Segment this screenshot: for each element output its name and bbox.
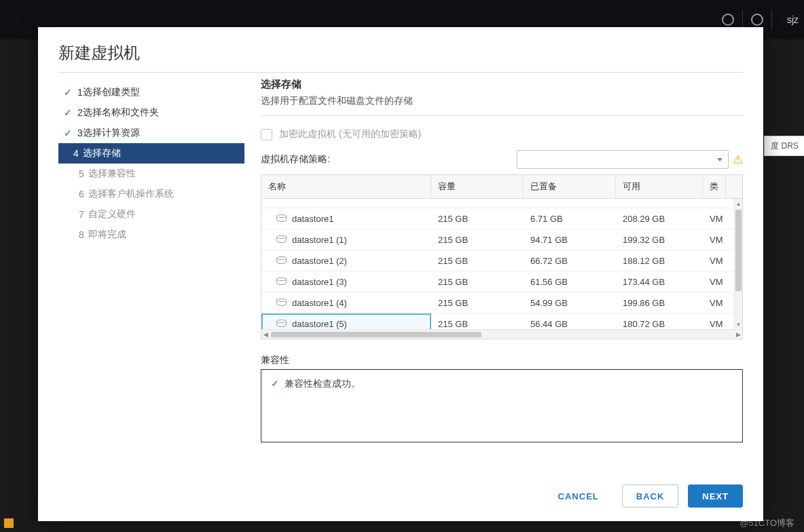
wizard-content: 选择存储 选择用于配置文件和磁盘文件的存储 加密此虚拟机 (无可用的加密策略) … <box>244 78 743 471</box>
step-number: 4 <box>73 148 79 159</box>
cell-provisioned: 61.56 GB <box>524 271 616 292</box>
scroll-up-arrow-icon[interactable]: ▲ <box>735 200 742 207</box>
datastore-name: datastore1 (1) <box>292 235 347 245</box>
cell-type: VM <box>703 229 726 250</box>
wizard-step-1[interactable]: ✓1 选择创建类型 <box>58 82 244 102</box>
storage-policy-label: 虚拟机存储策略: <box>261 153 330 166</box>
step-label: 选择客户机操作系统 <box>88 188 174 200</box>
horizontal-scrollbar[interactable]: ◀ ▶ <box>261 329 742 339</box>
table-row[interactable] <box>261 199 742 208</box>
cell-type: VM <box>703 250 726 271</box>
cell-free: 188.12 GB <box>616 250 703 271</box>
scroll-down-arrow-icon[interactable]: ▼ <box>735 321 742 328</box>
wizard-step-2[interactable]: ✓2 选择名称和文件夹 <box>58 102 244 123</box>
col-provisioned[interactable]: 已置备 <box>524 175 616 198</box>
next-button[interactable]: NEXT <box>688 484 743 508</box>
wizard-step-8: 8即将完成 <box>58 225 244 245</box>
cell-free: 208.29 GB <box>616 208 703 229</box>
cell-provisioned: 56.44 GB <box>524 314 616 330</box>
cell-free: 173.44 GB <box>616 271 703 292</box>
wizard-step-4[interactable]: 4选择存储 <box>58 143 244 164</box>
background-tab[interactable]: 度 DRS <box>764 136 804 156</box>
cell-type: VM <box>703 208 726 229</box>
user-label[interactable]: sjz <box>780 14 799 25</box>
wizard-footer: CANCEL BACK NEXT <box>58 471 743 508</box>
datastore-icon <box>276 214 287 223</box>
help-icon[interactable] <box>751 14 763 26</box>
cell-capacity: 215 GB <box>431 314 524 330</box>
datastore-name: datastore1 (3) <box>292 277 347 287</box>
wizard-step-3[interactable]: ✓3 选择计算资源 <box>58 123 244 143</box>
step-number: 3 <box>77 128 83 138</box>
cell-provisioned: 6.71 GB <box>524 208 616 229</box>
col-type[interactable]: 类 <box>703 175 726 198</box>
table-row[interactable]: datastore1215 GB6.71 GB208.29 GBVM <box>261 208 742 229</box>
step-label: 选择创建类型 <box>83 86 140 98</box>
wizard-steps-nav: ✓1 选择创建类型✓2 选择名称和文件夹✓3 选择计算资源4选择存储5选择兼容性… <box>58 78 244 471</box>
cell-type: VM <box>703 271 726 292</box>
status-indicator <box>4 518 14 528</box>
back-button[interactable]: BACK <box>622 484 679 508</box>
col-name[interactable]: 名称 <box>261 175 431 198</box>
check-icon: ✓ <box>64 107 72 118</box>
modal-title: 新建虚拟机 <box>58 42 743 73</box>
table-row[interactable]: datastore1 (4)215 GB54.99 GB199.86 GBVM <box>261 292 742 314</box>
scroll-right-arrow-icon[interactable]: ▶ <box>734 331 742 338</box>
cell-provisioned: 66.72 GB <box>524 250 616 271</box>
storage-policy-select[interactable] <box>517 150 729 169</box>
table-row[interactable]: datastore1 (2)215 GB66.72 GB188.12 GBVM <box>261 250 742 271</box>
cell-capacity: 215 GB <box>431 250 524 271</box>
divider <box>771 10 772 29</box>
table-header: 名称 容量 已置备 可用 类 <box>261 175 742 199</box>
datastore-icon <box>276 278 287 286</box>
datastore-name: datastore1 (2) <box>292 256 347 266</box>
step-number: 6 <box>79 189 84 200</box>
table-row[interactable]: datastore1 (5)215 GB56.44 GB180.72 GBVM <box>261 314 742 329</box>
section-desc: 选择用于配置文件和磁盘文件的存储 <box>261 95 743 116</box>
step-number: 8 <box>79 229 84 240</box>
check-icon: ✓ <box>271 378 279 389</box>
cell-capacity: 215 GB <box>431 292 524 314</box>
datastore-name: datastore1 (4) <box>292 298 347 308</box>
datastore-icon <box>276 235 287 244</box>
step-number: 7 <box>79 209 84 220</box>
step-label: 选择计算资源 <box>83 127 140 139</box>
vertical-scrollbar[interactable]: ▲ ▼ <box>734 199 742 329</box>
divider <box>742 10 743 29</box>
cell-type: VM <box>703 292 726 314</box>
wizard-step-7: 7自定义硬件 <box>58 204 244 225</box>
step-label: 选择兼容性 <box>88 168 136 180</box>
cell-provisioned: 54.99 GB <box>524 292 616 314</box>
scroll-thumb[interactable] <box>735 210 742 291</box>
cancel-button[interactable]: CANCEL <box>545 484 613 508</box>
step-label: 选择名称和文件夹 <box>83 107 159 119</box>
cell-free: 199.86 GB <box>616 292 703 314</box>
datastore-table: 名称 容量 已置备 可用 类 datastore1215 GB6.71 GB20… <box>261 174 743 339</box>
col-capacity[interactable]: 容量 <box>431 175 524 198</box>
check-icon: ✓ <box>64 87 72 98</box>
encrypt-label: 加密此虚拟机 (无可用的加密策略) <box>279 128 421 140</box>
step-number: 5 <box>79 168 84 179</box>
section-title: 选择存储 <box>261 78 743 91</box>
warning-icon: ⚠ <box>733 153 743 167</box>
table-row[interactable]: datastore1 (1)215 GB94.71 GB199.32 GBVM <box>261 229 742 250</box>
chevron-down-icon <box>717 158 723 162</box>
cell-free: 180.72 GB <box>616 314 703 330</box>
table-row[interactable]: datastore1 (3)215 GB61.56 GB173.44 GBVM <box>261 271 742 292</box>
step-number: 1 <box>77 87 83 98</box>
col-free[interactable]: 可用 <box>616 175 703 198</box>
datastore-icon <box>276 320 287 328</box>
compatibility-box: ✓ 兼容性检查成功。 <box>261 369 743 442</box>
compatibility-message: 兼容性检查成功。 <box>285 378 361 390</box>
new-vm-wizard-modal: 新建虚拟机 ✓1 选择创建类型✓2 选择名称和文件夹✓3 选择计算资源4选择存储… <box>38 27 763 521</box>
wizard-step-5: 5选择兼容性 <box>58 164 244 184</box>
compatibility-label: 兼容性 <box>261 354 743 366</box>
encrypt-checkbox <box>261 129 272 140</box>
cell-capacity: 215 GB <box>431 229 524 250</box>
scroll-left-arrow-icon[interactable]: ◀ <box>261 331 270 338</box>
cell-capacity: 215 GB <box>431 271 524 292</box>
search-icon[interactable] <box>722 14 734 26</box>
step-label: 选择存储 <box>83 147 121 159</box>
scroll-thumb[interactable] <box>271 332 481 337</box>
datastore-icon <box>276 299 287 307</box>
